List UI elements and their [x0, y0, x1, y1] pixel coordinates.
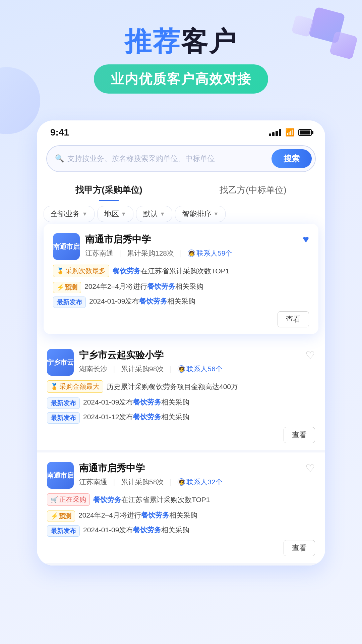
battery-icon — [298, 129, 312, 136]
status-bar: 9:41 📶 — [37, 120, 325, 141]
search-input[interactable]: 支持按业务、按名称搜索采购单位、中标单位 — [67, 154, 272, 164]
signal-bar-4 — [279, 129, 281, 136]
info-row-new-2a: 最新发布 2024-01-09发布餐饮劳务相关采购 — [47, 397, 315, 409]
hero-subtitle: 业内优质客户高效对接 — [111, 71, 251, 86]
hero-title: 推荐客户 — [20, 27, 342, 56]
company-meta-1: 江苏南通 ｜ 累计采购128次 ｜ 🧑 联系人59个 — [85, 249, 297, 258]
info-text-predict-3: 2024年2–4月将进行餐饮劳务相关采购 — [78, 511, 315, 520]
company-meta-2: 湖南长沙 ｜ 累计采购98次 ｜ 🧑 联系人56个 — [79, 364, 300, 374]
purchase-count-2: 累计采购98次 — [121, 364, 164, 374]
filter-bar: 全部业务 ▼ 地区 ▼ 默认 ▼ 智能排序 ▼ — [37, 201, 325, 227]
company-avatar-2: 宁乡 市云 — [47, 349, 74, 376]
badge-label-2: 历史累计采购餐饮劳务项目金额高达400万 — [107, 382, 238, 391]
chevron-down-icon: ▼ — [214, 211, 219, 217]
tag-new-2a: 最新发布 — [47, 397, 80, 409]
tab-bar: 找甲方(采购单位) 找乙方(中标单位) — [37, 172, 325, 201]
filter-smart-sort[interactable]: 智能排序 ▼ — [175, 206, 226, 222]
contact-link-2[interactable]: 🧑 联系人56个 — [178, 364, 222, 374]
rank-icon-2: 🏅 — [51, 383, 58, 390]
filter-default[interactable]: 默认 ▼ — [136, 206, 172, 222]
signal-icon — [269, 129, 281, 136]
purchase-count-3: 累计采购58次 — [121, 477, 164, 487]
badge-rank-2: 🏅 采购金额最大 — [47, 380, 103, 393]
contact-icon-3: 🧑 — [178, 478, 185, 486]
favorite-button-1[interactable]: ♥ — [303, 233, 309, 246]
search-icon: 🔍 — [55, 154, 64, 163]
company-province-1: 江苏南通 — [85, 249, 113, 258]
badge-row-3: 🛒 正在采购 餐饮劳务在江苏省累计采购次数TOP1 — [47, 493, 315, 506]
contact-icon-1: 🧑 — [188, 250, 195, 257]
rank-icon: 🏅 — [57, 267, 64, 275]
tag-new-2b: 最新发布 — [47, 412, 80, 424]
card-header-3: 南通 市启 南通市启秀中学 江苏南通 ｜ 累计采购58次 ｜ 🧑 联系人32个 — [47, 462, 315, 489]
view-btn-wrap-1: 查看 — [53, 311, 309, 327]
tab-jiafang[interactable]: 找甲方(采购单位) — [37, 179, 181, 201]
wifi-icon: 📶 — [285, 128, 294, 137]
status-time: 9:41 — [50, 127, 69, 138]
view-button-2[interactable]: 查看 — [284, 427, 315, 443]
tag-predict-3: ⚡预测 — [47, 511, 75, 522]
company-info-2: 宁乡市云起实验小学 湖南长沙 ｜ 累计采购98次 ｜ 🧑 联系人56个 — [79, 349, 300, 374]
featured-card: 南通 市启 南通市启秀中学 江苏南通 ｜ 累计采购128次 ｜ 🧑 联系人59个 — [44, 224, 318, 334]
chevron-down-icon: ▼ — [160, 211, 165, 217]
card-header-1: 南通 市启 南通市启秀中学 江苏南通 ｜ 累计采购128次 ｜ 🧑 联系人59个 — [53, 233, 309, 260]
favorite-button-2[interactable]: ♡ — [305, 349, 315, 362]
badge-label-1: 餐饮劳务在江苏省累计采购次数TOP1 — [113, 266, 229, 276]
lightning-icon: ⚡ — [57, 284, 65, 291]
company-info-3: 南通市启秀中学 江苏南通 ｜ 累计采购58次 ｜ 🧑 联系人32个 — [79, 462, 300, 487]
contact-icon-2: 🧑 — [178, 365, 185, 373]
company-name-1: 南通市启秀中学 — [85, 233, 297, 246]
search-button[interactable]: 搜索 — [272, 149, 312, 168]
badge-rank-1: 🏅 采购次数最多 — [53, 265, 109, 277]
lightning-icon-3: ⚡ — [51, 513, 59, 520]
chevron-down-icon: ▼ — [82, 211, 87, 217]
contact-link-1[interactable]: 🧑 联系人59个 — [188, 249, 232, 258]
purchase-count-1: 累计采购128次 — [127, 249, 174, 258]
info-row-predict-3: ⚡预测 2024年2–4月将进行餐饮劳务相关采购 — [47, 511, 315, 522]
tag-new-1: 最新发布 — [53, 297, 86, 308]
company-name-3: 南通市启秀中学 — [79, 462, 300, 475]
search-bar[interactable]: 🔍 支持按业务、按名称搜索采购单位、中标单位 搜索 — [46, 145, 316, 172]
card-2: 宁乡 市云 宁乡市云起实验小学 湖南长沙 ｜ 累计采购98次 ｜ 🧑 联系人56… — [37, 339, 325, 452]
hero-subtitle-wrap: 业内优质客户高效对接 — [94, 64, 268, 94]
company-info-1: 南通市启秀中学 江苏南通 ｜ 累计采购128次 ｜ 🧑 联系人59个 — [85, 233, 297, 258]
hero-title-dark: 客户 — [181, 26, 237, 56]
card-3: 南通 市启 南通市启秀中学 江苏南通 ｜ 累计采购58次 ｜ 🧑 联系人32个 — [37, 452, 325, 566]
signal-bar-1 — [269, 133, 271, 136]
search-section: 🔍 支持按业务、按名称搜索采购单位、中标单位 搜索 — [37, 141, 325, 172]
company-name-2: 宁乡市云起实验小学 — [79, 349, 300, 362]
view-btn-wrap-2: 查看 — [47, 427, 315, 443]
view-button-1[interactable]: 查看 — [278, 311, 309, 327]
signal-bar-2 — [272, 132, 275, 136]
card-list: 南通 市启 南通市启秀中学 江苏南通 ｜ 累计采购128次 ｜ 🧑 联系人59个 — [37, 224, 325, 566]
info-row-new-2b: 最新发布 2024-01-12发布餐饮劳务相关采购 — [47, 412, 315, 424]
hero-title-blue: 推荐 — [125, 26, 181, 56]
company-avatar-1: 南通 市启 — [53, 233, 80, 260]
company-province-2: 湖南长沙 — [79, 364, 107, 374]
badge-row-2: 🏅 采购金额最大 历史累计采购餐饮劳务项目金额高达400万 — [47, 380, 315, 393]
badge-row-1: 🏅 采购次数最多 餐饮劳务在江苏省累计采购次数TOP1 — [53, 265, 309, 277]
company-avatar-3: 南通 市启 — [47, 462, 74, 489]
phone-frame: 9:41 📶 🔍 支持按业务、按名称搜索采购单位、中标单位 搜索 找甲方(采购单… — [37, 120, 325, 566]
signal-bar-3 — [276, 131, 278, 136]
info-row-new-3: 最新发布 2024-01-09发布餐饮劳务相关采购 — [47, 525, 315, 537]
info-text-predict-1: 2024年2–4月将进行餐饮劳务相关采购 — [84, 282, 309, 291]
info-row-new-1: 最新发布 2024-01-09发布餐饮劳务相关采购 — [53, 297, 309, 308]
company-meta-3: 江苏南通 ｜ 累计采购58次 ｜ 🧑 联系人32个 — [79, 477, 300, 487]
favorite-button-3[interactable]: ♡ — [305, 462, 315, 475]
rank-icon-3: 🛒 — [51, 496, 58, 503]
contact-link-3[interactable]: 🧑 联系人32个 — [178, 477, 222, 487]
hero-section: 推荐客户 业内优质客户高效对接 — [0, 0, 362, 107]
chevron-down-icon: ▼ — [121, 211, 126, 217]
view-button-3[interactable]: 查看 — [284, 540, 315, 556]
info-text-new-2a: 2024-01-09发布餐饮劳务相关采购 — [83, 397, 315, 407]
card-header-2: 宁乡 市云 宁乡市云起实验小学 湖南长沙 ｜ 累计采购98次 ｜ 🧑 联系人56… — [47, 349, 315, 376]
tag-new-3: 最新发布 — [47, 525, 80, 537]
tab-yifang[interactable]: 找乙方(中标单位) — [181, 179, 325, 201]
filter-all-business[interactable]: 全部业务 ▼ — [44, 206, 95, 222]
filter-region[interactable]: 地区 ▼ — [97, 206, 133, 222]
badge-label-3: 餐饮劳务在江苏省累计采购次数TOP1 — [93, 495, 210, 504]
info-text-new-2b: 2024-01-12发布餐饮劳务相关采购 — [83, 412, 315, 422]
info-text-new-1: 2024-01-09发布餐饮劳务相关采购 — [89, 297, 309, 306]
badge-rank-3: 🛒 正在采购 — [47, 493, 90, 506]
